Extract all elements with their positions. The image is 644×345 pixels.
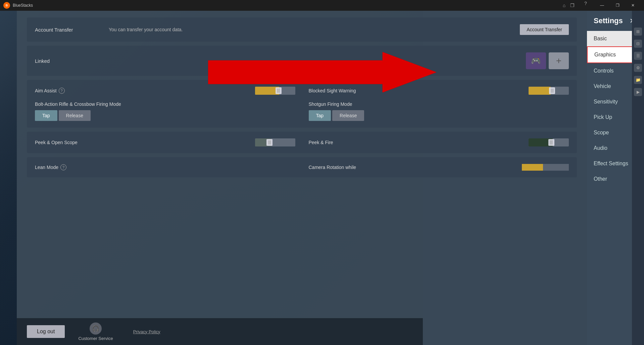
settings-grid-2: Peek & Open Scope Peek & Fir [35,138,569,146]
titlebar-nav-icons: ⌂ ❐ [561,2,576,9]
lean-mode-help-icon[interactable]: ? [60,164,66,170]
home-icon[interactable]: ⌂ [561,2,567,9]
settings-panel: Account Transfer You can transfer your a… [17,11,644,345]
account-transfer-button[interactable]: Account Transfer [520,24,569,35]
customer-service-button[interactable]: 🎧 Customer Service [78,322,113,341]
peek-scope-slider[interactable] [255,138,295,146]
bolt-action-label: Bolt-Action Rifle & Crossbow Firing Mode [35,101,295,107]
privacy-policy-link[interactable]: Privacy Policy [133,329,160,334]
peek-fire-track [529,138,569,146]
app-logo: B [3,2,10,9]
linked-icons: 🎮 + [526,52,569,69]
strip-icon-6[interactable]: ▶ [634,88,642,96]
shotgun-tap-button[interactable]: Tap [309,110,331,121]
peek-scope-track [255,138,295,146]
aim-assist-track [255,87,295,95]
gamepad-icon[interactable]: 🎮 [526,52,546,69]
blocked-sight-item: Blocked Sight Warning [309,87,569,95]
minimize-button[interactable]: — [594,0,610,11]
blocked-sight-fill [529,87,551,95]
aim-assist-slider[interactable] [255,87,295,95]
bolt-action-mode-buttons: Tap Release [35,110,295,121]
close-button[interactable]: ✕ [625,0,641,11]
settings-content: Account Transfer You can transfer your a… [17,11,587,345]
settings-title: Settings [594,16,623,25]
camera-rotation-label: Camera Rotation while [309,165,356,170]
account-transfer-row: Account Transfer You can transfer your a… [35,24,569,35]
strip-icon-5[interactable]: 📁 [634,76,642,84]
blocked-sight-slider[interactable] [529,87,569,95]
lean-mode-item: Lean Mode ? [35,164,295,171]
peek-fire-slider[interactable] [529,138,569,146]
shotgun-label: Shotgun Firing Mode [309,101,569,107]
shotgun-release-button[interactable]: Release [332,110,364,121]
strip-icon-1[interactable]: ⊞ [634,28,642,36]
customer-service-icon: 🎧 [90,322,102,335]
aim-assist-help-icon[interactable]: ? [59,88,65,94]
aim-assist-section: Aim Assist ? [27,80,577,128]
peek-fire-label: Peek & Fire [309,140,333,145]
peek-scope-item: Peek & Open Scope [35,138,295,146]
linked-row: Linked 🎮 + [35,52,569,69]
bolt-action-tap-button[interactable]: Tap [35,110,57,121]
camera-rotation-fill [522,164,543,171]
copy-icon[interactable]: ❐ [569,2,576,9]
bolt-action-release-button[interactable]: Release [59,110,91,121]
account-transfer-desc: You can transfer your account data. [109,27,513,32]
linked-label: Linked [35,58,102,64]
window-controls: ? — ❐ ✕ [582,0,641,11]
account-transfer-label: Account Transfer [35,27,102,33]
settings-sidebar: Settings ✕ Basic Graphics Controls Vehic… [587,11,644,345]
settings-grid-3: Lean Mode ? Camera Rotation while [35,164,569,171]
app-name: BlueStacks [13,3,561,8]
strip-icon-4[interactable]: ⚙ [634,64,642,72]
add-linked-button[interactable]: + [549,52,569,69]
camera-rotation-slider[interactable] [522,164,569,171]
aim-assist-label: Aim Assist ? [35,88,65,94]
blocked-sight-handle [549,87,555,94]
settings-grid-1: Aim Assist ? [35,87,569,121]
bolt-action-item: Bolt-Action Rifle & Crossbow Firing Mode… [35,101,295,121]
strip-icon-3[interactable]: ☰ [634,52,642,60]
lean-section: Lean Mode ? Camera Rotation while [27,157,577,177]
peek-scope-label: Peek & Open Scope [35,140,78,145]
camera-rotation-item: Camera Rotation while [309,164,569,171]
peek-fire-handle [548,139,554,146]
aim-assist-handle [276,87,282,94]
account-transfer-section: Account Transfer You can transfer your a… [27,17,577,42]
help-icon[interactable]: ? [582,0,589,7]
shotgun-item: Shotgun Firing Mode Tap Release [309,101,569,121]
plus-icon: + [556,55,561,66]
strip-icon-2[interactable]: ⊟ [634,40,642,48]
restore-button[interactable]: ❐ [610,0,625,11]
titlebar: B BlueStacks ⌂ ❐ ? — ❐ ✕ [0,0,644,11]
shotgun-mode-buttons: Tap Release [309,110,569,121]
lean-mode-label: Lean Mode ? [35,164,66,170]
logout-button[interactable]: Log out [27,325,65,338]
linked-section: Linked 🎮 + [27,46,577,76]
blocked-sight-track [529,87,569,95]
peek-fire-item: Peek & Fire [309,138,569,146]
blocked-sight-label: Blocked Sight Warning [309,88,356,93]
peek-section: Peek & Open Scope Peek & Fir [27,132,577,153]
aim-assist-item: Aim Assist ? [35,87,295,95]
bottom-bar: Log out 🎧 Customer Service Privacy Polic… [17,318,423,345]
peek-scope-handle [266,139,273,146]
right-icon-strip: ⊞ ⊟ ☰ ⚙ 📁 ▶ [632,11,644,345]
